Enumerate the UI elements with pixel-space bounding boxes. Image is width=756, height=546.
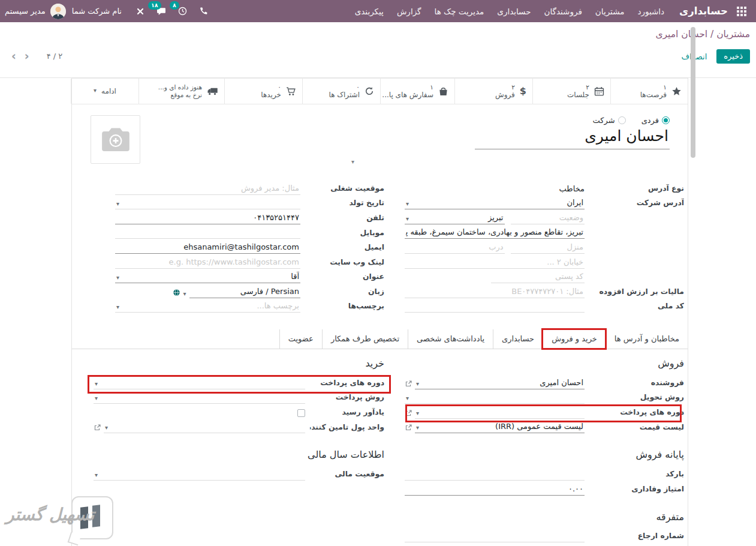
external-link-icon[interactable]	[94, 424, 101, 433]
stat-button[interactable]: $۲فروش	[454, 79, 532, 104]
caret-down-icon[interactable]: ▾	[95, 472, 98, 479]
messages-icon[interactable]: ۱۸	[150, 7, 172, 16]
menu-item[interactable]: پیکربندی	[348, 1, 390, 22]
field-input[interactable]: e.g. https://www.tashilgostar.com	[115, 257, 300, 269]
company-type-option[interactable]: فردی	[641, 116, 670, 125]
menu-item[interactable]: حسابداری	[490, 1, 537, 22]
caret-down-icon[interactable]: ▾	[416, 381, 419, 388]
save-button[interactable]: ذخیره	[716, 49, 750, 64]
menu-item[interactable]: مشتریان	[589, 1, 631, 22]
purchase-column: خرید دوره های پرداخت▾روش پرداخت▾یادآور ر…	[78, 349, 384, 481]
app-name[interactable]: حسابداری	[679, 5, 728, 17]
field-input[interactable]: ▾	[94, 392, 305, 404]
menu-item[interactable]: گزارش	[390, 1, 428, 22]
field-input[interactable]: ایران▾	[405, 197, 585, 209]
company-field-caret-icon[interactable]: ▾	[351, 158, 354, 165]
company-name[interactable]: نام شرکت شما	[72, 7, 122, 16]
field-input[interactable]	[405, 301, 585, 313]
external-link-icon[interactable]	[405, 410, 412, 419]
field-input[interactable]: ۰.۰۰	[405, 484, 585, 496]
radio-unselected[interactable]	[618, 116, 626, 124]
field-input[interactable]: ▾	[104, 421, 305, 433]
field-input[interactable]: لیست قیمت عمومی (IRR)▾	[415, 421, 585, 433]
field-input[interactable]: ▾	[115, 197, 300, 209]
menu-item[interactable]: مدیریت چک ها	[428, 1, 491, 22]
field-input[interactable]: تبریز▾	[405, 212, 505, 224]
stat-button[interactable]: ۰خریدها	[224, 79, 302, 104]
pager-next-button[interactable]: ›	[20, 50, 34, 62]
tab-4[interactable]: تخصیص طرف همکار	[322, 329, 408, 349]
stat-button[interactable]: ۰اشتراک ها	[302, 79, 380, 104]
external-link-icon[interactable]	[405, 424, 412, 433]
scrollbar-thumb[interactable]	[691, 27, 695, 158]
field-area: e.g. https://www.tashilgostar.com	[78, 257, 300, 269]
field-input[interactable]: Persian / فارسی	[189, 286, 300, 298]
field-input[interactable]: خیابان ۲ ...	[405, 257, 585, 269]
field-row: موبایل	[78, 224, 384, 239]
field-input[interactable]: کد پستی	[491, 271, 585, 283]
stat-button[interactable]: ۱فرصت‌ها	[610, 79, 688, 104]
caret-down-icon[interactable]: ▾	[406, 201, 409, 208]
stat-button[interactable]: ادامه▾	[71, 79, 138, 104]
field-input[interactable]: درب	[405, 242, 505, 254]
field-input[interactable]: وضعیت	[511, 212, 585, 224]
field-input[interactable]: منزل	[511, 242, 585, 254]
radio-selected[interactable]	[662, 116, 670, 124]
tab-2[interactable]: حسابداری	[493, 329, 543, 349]
field-input[interactable]: ▾	[415, 407, 585, 419]
field-input[interactable]	[405, 530, 585, 542]
apps-grid-icon[interactable]	[733, 5, 750, 17]
checkbox[interactable]	[297, 409, 305, 417]
field-input[interactable]: تبریز، تقاطع منصور و بهادری، ساختمان سیم…	[405, 227, 585, 239]
field-input[interactable]: ▾	[94, 469, 305, 481]
external-link-icon[interactable]	[405, 380, 412, 389]
stat-button-label: خریدها	[261, 91, 281, 99]
caret-down-icon[interactable]: ▾	[416, 425, 419, 432]
tab-1[interactable]: خرید و فروش	[543, 329, 606, 349]
caret-down-icon[interactable]: ▾	[94, 88, 97, 95]
field-value: ایران	[411, 198, 583, 208]
field-input[interactable]: ▾	[94, 377, 305, 389]
caret-down-icon[interactable]: ▾	[406, 395, 409, 403]
stat-button[interactable]: ۱سفارش های پا...	[380, 79, 454, 104]
tab-3[interactable]: یادداشت‌های شخصی	[408, 329, 493, 349]
field-input[interactable]: مثال: مدیر فروش	[115, 183, 300, 195]
field-input[interactable]: ehsanamiri@tashilgostar.com	[115, 242, 300, 254]
name-input[interactable]: احسان امیری	[475, 127, 670, 149]
caret-down-icon[interactable]: ▾	[95, 381, 98, 388]
section-title-pos: پایانه فروش	[382, 449, 684, 460]
stat-button[interactable]: هنوز داده ای و...نرخ به موقع	[138, 79, 224, 104]
activities-icon[interactable]: ۸	[172, 7, 193, 16]
field-input[interactable]: احسان امیری▾	[415, 377, 585, 389]
field-input[interactable]: مثال: BE۰۴۷۷۴۷۲۷۰۱	[405, 286, 585, 298]
field-input[interactable]	[115, 227, 300, 239]
caret-down-icon[interactable]: ▾	[183, 291, 186, 298]
menu-item[interactable]: داشبورد	[631, 1, 671, 22]
pager-previous-button[interactable]: ‹	[7, 50, 20, 62]
caret-down-icon[interactable]: ▾	[416, 410, 419, 418]
field-value: ۰.۰۰	[406, 484, 583, 494]
breadcrumb[interactable]: مشتریان / احسان امیری	[655, 29, 750, 40]
tab-0[interactable]: مخاطبان و آدرس ها	[606, 329, 688, 349]
user-name[interactable]: مدیر سیستم	[5, 7, 46, 16]
caret-down-icon[interactable]: ▾	[116, 201, 119, 208]
bag-icon	[438, 86, 448, 97]
caret-down-icon[interactable]: ▾	[116, 304, 119, 311]
photo-upload[interactable]	[91, 115, 140, 164]
caret-down-icon[interactable]: ▾	[116, 275, 119, 282]
field-input[interactable]: آقا▾	[115, 271, 300, 283]
avatar[interactable]	[50, 4, 66, 19]
field-input[interactable]: برچسب ها...▾	[115, 301, 300, 313]
field-input[interactable]	[405, 469, 585, 481]
caret-down-icon[interactable]: ▾	[406, 216, 409, 223]
tools-icon[interactable]	[130, 7, 150, 16]
caret-down-icon[interactable]: ▾	[95, 395, 98, 403]
stat-button[interactable]: ۲جلسات	[532, 79, 610, 104]
field-input[interactable]: ۰۴۱۳۵۲۵۱۴۴۷	[115, 212, 300, 224]
caret-down-icon[interactable]: ▾	[105, 425, 108, 432]
company-type-option[interactable]: شرکت	[593, 116, 626, 125]
tab-5[interactable]: عضویت	[279, 329, 322, 349]
phone-icon[interactable]	[193, 7, 214, 16]
field-input[interactable]: ▾	[405, 392, 585, 404]
menu-item[interactable]: فروشندگان	[538, 1, 589, 22]
